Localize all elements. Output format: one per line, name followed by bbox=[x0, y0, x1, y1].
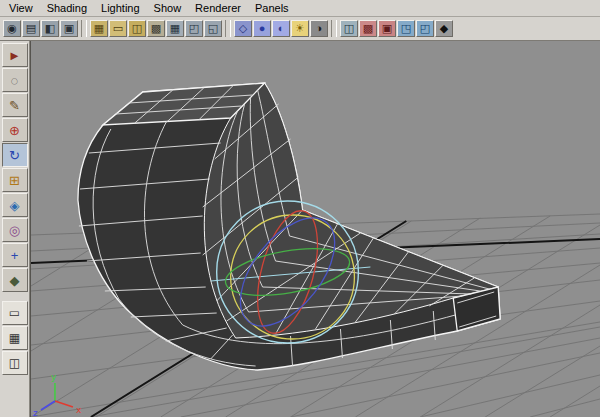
film-gate-icon[interactable]: ▭ bbox=[109, 20, 127, 37]
toolbar-separator bbox=[81, 20, 87, 37]
image-plane-icon[interactable]: ▣ bbox=[60, 20, 78, 37]
field-chart-icon[interactable]: ▦ bbox=[166, 20, 184, 37]
axis-indicator-x-line bbox=[55, 401, 73, 407]
show-manipulator-tool[interactable]: + bbox=[2, 243, 28, 267]
viewport-scene: x y z bbox=[31, 41, 600, 417]
soft-mod-tool[interactable]: ◎ bbox=[2, 218, 28, 242]
gate-mask-icon[interactable]: ▩ bbox=[147, 20, 165, 37]
move-tool[interactable]: ⊕ bbox=[2, 118, 28, 142]
bookmark-icon[interactable]: ◧ bbox=[41, 20, 59, 37]
select-tool[interactable]: ► bbox=[2, 43, 28, 67]
view-axis-icon[interactable]: ◆ bbox=[435, 20, 453, 37]
lasso-select-tool[interactable]: ◌ bbox=[2, 68, 28, 92]
axis-indicator-y-label: y bbox=[51, 372, 57, 382]
scale-tool[interactable]: ⊞ bbox=[2, 168, 28, 192]
menu-item-panels[interactable]: Panels bbox=[248, 1, 296, 15]
xray-icon[interactable]: ◫ bbox=[340, 20, 358, 37]
toolbar-separator bbox=[225, 20, 231, 37]
menu-item-shading[interactable]: Shading bbox=[40, 1, 94, 15]
lights-icon[interactable]: ☀ bbox=[291, 20, 309, 37]
menu-item-show[interactable]: Show bbox=[147, 1, 189, 15]
paint-select-tool[interactable]: ✎ bbox=[2, 93, 28, 117]
universal-manipulator-tool[interactable]: ◈ bbox=[2, 193, 28, 217]
four-pane-layout-button[interactable]: ▦ bbox=[2, 326, 28, 350]
menu-item-view[interactable]: View bbox=[2, 1, 40, 15]
isolate-select-icon[interactable]: ▣ bbox=[378, 20, 396, 37]
frame-all-icon[interactable]: ◳ bbox=[397, 20, 415, 37]
last-tool[interactable]: ◆ bbox=[2, 268, 28, 292]
toolbar-separator bbox=[331, 20, 337, 37]
wireframe-icon[interactable]: ◇ bbox=[234, 20, 252, 37]
safe-action-icon[interactable]: ◰ bbox=[185, 20, 203, 37]
select-camera-icon[interactable]: ◉ bbox=[3, 20, 21, 37]
menu-item-lighting[interactable]: Lighting bbox=[94, 1, 147, 15]
grid-icon[interactable]: ▦ bbox=[90, 20, 108, 37]
mesh-object[interactable] bbox=[78, 83, 500, 370]
textured-icon[interactable]: ◐ bbox=[272, 20, 290, 37]
shadows-icon[interactable]: ◑ bbox=[310, 20, 328, 37]
axis-indicator-x-label: x bbox=[76, 405, 82, 415]
layout-buttons: ▭ ▦ ◫ bbox=[2, 301, 28, 375]
resolution-gate-icon[interactable]: ◫ bbox=[128, 20, 146, 37]
axis-indicator-z-line bbox=[41, 401, 55, 410]
main-area: ► ◌ ✎ ⊕ ↻ ⊞ ◈ ◎ + ◆ ▭ ▦ ◫ bbox=[0, 41, 600, 417]
camera-attributes-icon[interactable]: ▤ bbox=[22, 20, 40, 37]
menu-item-renderer[interactable]: Renderer bbox=[188, 1, 248, 15]
perspective-viewport[interactable]: x y z bbox=[30, 41, 600, 417]
frame-selection-icon[interactable]: ◰ bbox=[416, 20, 434, 37]
tool-box: ► ◌ ✎ ⊕ ↻ ⊞ ◈ ◎ + ◆ ▭ ▦ ◫ bbox=[0, 41, 30, 417]
panel-toolbar: ◉ ▤ ◧ ▣ ▦ ▭ ◫ ▩ ▦ ◰ ◱ ◇ ● ◐ ☀ ◑ ◫ ▩ ▣ ◳ … bbox=[0, 17, 600, 41]
panel-menu-bar: View Shading Lighting Show Renderer Pane… bbox=[0, 0, 600, 17]
rotate-tool[interactable]: ↻ bbox=[2, 143, 28, 167]
axis-indicator-z-label: z bbox=[33, 408, 38, 417]
safe-title-icon[interactable]: ◱ bbox=[204, 20, 222, 37]
checker-icon[interactable]: ▩ bbox=[359, 20, 377, 37]
axis-indicator: x y z bbox=[33, 372, 82, 417]
single-pane-layout-button[interactable]: ▭ bbox=[2, 301, 28, 325]
shaded-icon[interactable]: ● bbox=[253, 20, 271, 37]
split-pane-layout-button[interactable]: ◫ bbox=[2, 351, 28, 375]
